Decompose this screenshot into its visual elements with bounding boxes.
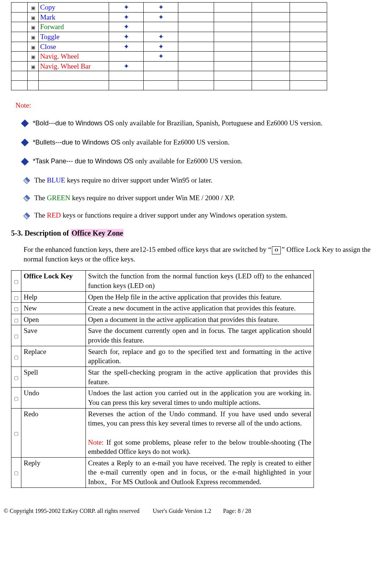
- table-row: ▣Toggle✦✦: [11, 32, 327, 42]
- empty-cell: [11, 32, 28, 42]
- table-row: ▢UndoUndoes the last action you carried …: [11, 388, 314, 408]
- close-icon: ▣: [28, 42, 39, 52]
- mark-col-4: [144, 61, 178, 71]
- key-description: Save the document currently open and in …: [85, 325, 314, 346]
- mark-col-3: ✦: [109, 61, 144, 71]
- empty-cell: [178, 81, 214, 90]
- table-row: ▢NewCreate a new document in the active …: [11, 303, 314, 314]
- diamond-bullet-icon: [23, 177, 30, 184]
- empty-cell: [178, 12, 214, 22]
- key-description: Undoes the last action you carried out i…: [85, 388, 314, 408]
- help-icon: ▢: [11, 291, 21, 303]
- note-item: The RED keys or functions require a driv…: [24, 211, 388, 220]
- empty-cell: [214, 32, 252, 42]
- key-name: Save: [21, 325, 86, 346]
- key-label: Copy: [39, 3, 109, 13]
- note-text: The RED keys or functions require a driv…: [34, 211, 287, 220]
- footer-version: User's Guide Version 1.2: [153, 508, 211, 514]
- key-name: Open: [21, 314, 86, 325]
- note-item: The GREEN keys require no driver support…: [24, 193, 388, 203]
- footer-copyright: © Copyright 1995-2002 EzKey CORP. all ri…: [4, 508, 140, 514]
- table-row: ▣Forward✦: [11, 22, 327, 32]
- section-heading-prefix: 5-3. Description of: [11, 229, 71, 237]
- empty-cell: [178, 61, 214, 71]
- empty-cell: [290, 12, 327, 22]
- key-description: Search for, replace and go to the specif…: [85, 346, 314, 367]
- table-row: ▣Copy✦✦: [11, 3, 327, 13]
- note-text: *Task Pane--- due to Windows OS only ava…: [33, 156, 242, 166]
- undo-icon: ▢: [11, 388, 21, 408]
- empty-cell: [290, 71, 327, 81]
- empty-cell: [178, 22, 214, 32]
- key-label: Forward: [39, 22, 109, 32]
- note-text: The BLUE keys require no driver support …: [34, 176, 213, 185]
- key-name: New: [21, 303, 86, 314]
- empty-cell: [290, 81, 327, 90]
- empty-cell: [214, 71, 252, 81]
- diamond-bullet-icon: [23, 212, 30, 219]
- empty-cell: [252, 71, 290, 81]
- empty-cell: [178, 71, 214, 81]
- empty-cell: [11, 3, 28, 13]
- key-name: Reply: [21, 457, 86, 487]
- note-item: The BLUE keys require no driver support …: [24, 176, 388, 185]
- diamond-bullet-icon: [21, 158, 29, 166]
- redo-icon: ▢: [11, 408, 21, 457]
- navwheelbar-icon: ▣: [28, 61, 39, 71]
- table-row: ▢ReplyCreates a Reply to an e-mail you h…: [11, 457, 314, 487]
- page-footer: © Copyright 1995-2002 EzKey CORP. all ri…: [4, 507, 388, 515]
- empty-cell: [252, 22, 290, 32]
- para-text-a: For the enhanced function keys, there ar…: [24, 246, 271, 253]
- reply-icon: ▢: [11, 457, 21, 487]
- empty-cell: [178, 52, 214, 62]
- mark-col-4: [144, 71, 178, 81]
- table-row: ▢Office Lock KeySwitch the function from…: [11, 271, 314, 291]
- copy-icon: ▣: [28, 3, 39, 13]
- section-heading: 5-3. Description of Office Key Zone: [11, 228, 388, 238]
- key-label: Navig. Wheel: [39, 52, 109, 62]
- empty-cell: [11, 22, 28, 32]
- empty-cell: [178, 3, 214, 13]
- spell-icon: ▢: [11, 367, 21, 388]
- empty-cell: [290, 3, 327, 13]
- table-row: ▣Close✦✦: [11, 42, 327, 52]
- note-item: *Bullets---due to Windows OS only availa…: [22, 138, 388, 147]
- empty-cell: [252, 32, 290, 42]
- empty-cell: [178, 42, 214, 52]
- key-description: Creates a Reply to an e-mail you have re…: [85, 457, 314, 487]
- empty-cell: [252, 3, 290, 13]
- section-heading-highlight: Office Key Zone: [71, 229, 124, 237]
- note-text: The GREEN keys require no driver support…: [34, 193, 234, 203]
- key-name: Redo: [21, 408, 86, 457]
- diamond-bullet-icon: [21, 119, 29, 127]
- empty-cell: [28, 71, 39, 81]
- note-heading: Note:: [15, 101, 388, 110]
- key-label: Mark: [39, 12, 109, 22]
- notes-list: *Bold---due to Windows OS only available…: [4, 118, 388, 220]
- table-row: ▢RedoReverses the action of the Undo com…: [11, 408, 314, 457]
- key-name: Help: [21, 291, 86, 303]
- empty-cell: [214, 12, 252, 22]
- key-description: Star the spell-checking program in the a…: [85, 367, 314, 388]
- mark-col-3: [109, 71, 144, 81]
- open-icon: ▢: [11, 314, 21, 325]
- empty-cell: [11, 61, 28, 71]
- empty-cell: [290, 52, 327, 62]
- table-row: ▣Navig. Wheel Bar✦: [11, 61, 327, 71]
- empty-cell: [28, 81, 39, 90]
- empty-cell: [290, 32, 327, 42]
- office-lock-inline-icon: O: [272, 246, 281, 254]
- table-row: ▢HelpOpen the Help file in the active ap…: [11, 291, 314, 303]
- table-row: ▢ReplaceSearch for, replace and go to th…: [11, 346, 314, 367]
- empty-cell: [252, 12, 290, 22]
- key-name: Office Lock Key: [21, 271, 86, 291]
- empty-cell: [11, 71, 28, 81]
- table-row: ▢OpenOpen a document in the active appli…: [11, 314, 314, 325]
- diamond-bullet-icon: [23, 195, 30, 201]
- note-text: *Bold---due to Windows OS only available…: [33, 118, 322, 128]
- key-label: Navig. Wheel Bar: [39, 61, 109, 71]
- mark-col-4: [144, 22, 178, 32]
- mark-col-4: ✦: [144, 3, 178, 13]
- empty-cell: [214, 42, 252, 52]
- empty-cell: [290, 22, 327, 32]
